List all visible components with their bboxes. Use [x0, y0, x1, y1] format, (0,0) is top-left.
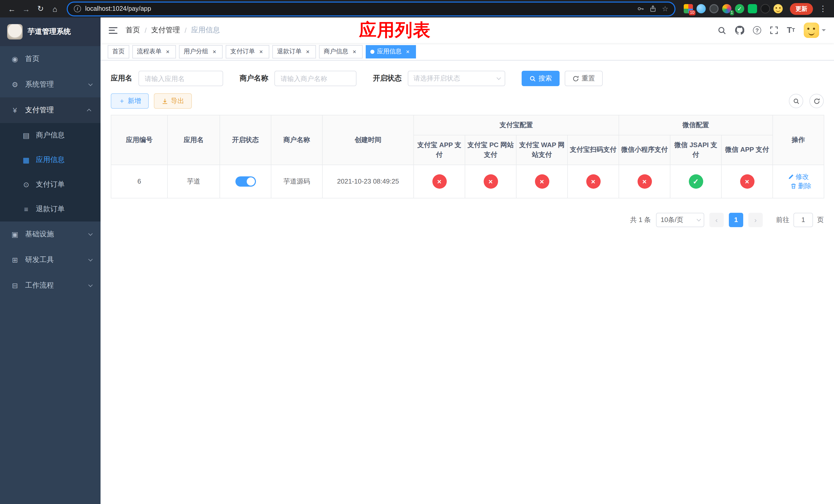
sidebar-item-merchant-info[interactable]: ▤ 商户信息 — [0, 123, 101, 148]
col-wechat-jsapi: 微信 JSAPI 支付 — [670, 135, 721, 165]
col-ops: 操作 — [773, 115, 824, 165]
cell-ops: 修改 删除 — [773, 165, 824, 198]
password-key-icon[interactable] — [637, 5, 644, 12]
sidebar: 芋道管理系统 ◉ 首页 ⚙ 系统管理 ¥ 支付管理 — [0, 18, 101, 504]
prev-page-button[interactable]: ‹ — [709, 212, 724, 227]
sidebar-item-payment-orders[interactable]: ⊙ 支付订单 — [0, 172, 101, 197]
extension-puzzle-icon[interactable] — [761, 4, 770, 13]
extension-wechat-devtools-icon[interactable] — [748, 4, 757, 13]
extension-dark-icon[interactable] — [709, 4, 719, 13]
reset-button[interactable]: 重置 — [565, 71, 603, 86]
browser-reload-icon[interactable]: ↻ — [34, 2, 47, 15]
chevron-down-icon — [88, 283, 93, 287]
app-name-label: 应用名 — [111, 74, 132, 83]
sidebar-item-workflow[interactable]: ⊟ 工作流程 — [0, 273, 101, 298]
extension-green-circle-icon[interactable] — [735, 4, 744, 13]
refresh-button[interactable] — [809, 94, 824, 108]
close-icon[interactable]: × — [351, 48, 358, 55]
fullscreen-icon[interactable] — [770, 26, 778, 35]
browser-toolbar: ← → ↻ ⌂ i localhost:1024/pay/app ☆ 10 1 — [0, 0, 834, 18]
search-button[interactable]: 搜索 — [522, 71, 559, 86]
col-wechat-mini: 微信小程序支付 — [619, 135, 670, 165]
close-icon[interactable]: × — [211, 48, 218, 55]
col-alipay-qr: 支付宝扫码支付 — [568, 135, 619, 165]
edit-button[interactable]: 修改 — [788, 172, 809, 181]
current-page-button[interactable]: 1 — [729, 212, 743, 227]
sidebar-item-home[interactable]: ◉ 首页 — [0, 46, 101, 72]
delete-button[interactable]: 删除 — [790, 181, 811, 190]
page-size-select[interactable]: 10条/页 — [656, 212, 704, 227]
extension-blue-icon[interactable] — [697, 4, 706, 13]
breadcrumb-home[interactable]: 首页 — [126, 26, 140, 35]
user-menu[interactable] — [804, 23, 826, 38]
font-size-icon[interactable]: TT — [787, 26, 795, 35]
enabled-toggle[interactable] — [235, 176, 256, 186]
close-icon[interactable]: × — [404, 48, 411, 55]
alipay-app-status-icon: × — [432, 174, 446, 188]
sidebar-item-dev-tools[interactable]: ⊞ 研发工具 — [0, 247, 101, 273]
browser-update-button[interactable]: 更新 — [790, 3, 813, 15]
merchant-input[interactable] — [275, 71, 356, 86]
tab-refund-orders[interactable]: 退款订单× — [272, 45, 316, 58]
app-logo-row[interactable]: 芋道管理系统 — [0, 18, 101, 46]
alipay-pc-status-icon: × — [483, 174, 498, 188]
alipay-qr-status-icon: × — [586, 174, 600, 188]
col-created-at: 创建时间 — [322, 115, 414, 165]
extension-rainbow-icon[interactable]: 1 — [722, 4, 731, 13]
add-button[interactable]: ＋ 新增 — [111, 93, 149, 109]
active-tab-dot — [370, 49, 374, 53]
sidebar-item-app-info[interactable]: ▦ 应用信息 — [0, 148, 101, 172]
tab-app-info[interactable]: 应用信息× — [366, 45, 416, 58]
avatar[interactable] — [804, 23, 819, 38]
browser-back-icon[interactable]: ← — [5, 2, 19, 15]
browser-menu-icon[interactable]: ⋮ — [817, 4, 829, 13]
pencil-icon — [788, 174, 794, 180]
tab-merchant-info[interactable]: 商户信息× — [319, 45, 363, 58]
tab-home[interactable]: 首页 — [108, 45, 129, 58]
next-page-button[interactable]: › — [748, 212, 763, 227]
merchant-label: 商户名称 — [240, 74, 268, 83]
close-icon[interactable]: × — [258, 48, 265, 55]
export-button[interactable]: 导出 — [154, 93, 192, 109]
col-alipay-wap: 支付宝 WAP 网站支付 — [516, 135, 568, 165]
browser-forward-icon[interactable]: → — [20, 2, 33, 15]
app-logo — [7, 24, 23, 40]
address-bar[interactable]: i localhost:1024/pay/app ☆ — [68, 2, 675, 15]
tab-payment-orders[interactable]: 支付订单× — [226, 45, 269, 58]
url-text[interactable]: localhost:1024/pay/app — [85, 5, 633, 12]
share-icon[interactable] — [650, 5, 657, 12]
col-app-name: 应用名 — [168, 115, 220, 165]
filter-merchant: 商户名称 — [240, 71, 356, 86]
sidebar-item-refund-orders[interactable]: ≡ 退款订单 — [0, 197, 101, 222]
site-info-icon[interactable]: i — [74, 5, 81, 12]
tab-user-group[interactable]: 用户分组× — [179, 45, 223, 58]
sidebar-collapse-icon[interactable] — [109, 27, 117, 33]
close-icon[interactable]: × — [164, 48, 171, 55]
extension-emoji-icon[interactable] — [773, 4, 783, 13]
sidebar-item-payment[interactable]: ¥ 支付管理 — [0, 97, 101, 123]
goto-page-input[interactable] — [793, 212, 813, 227]
status-label: 开启状态 — [373, 74, 402, 83]
pagination: 共 1 条 10条/页 ‹ 1 › 前往 页 — [111, 212, 824, 227]
col-group-wechat: 微信配置 — [619, 115, 773, 135]
github-icon[interactable] — [735, 26, 744, 35]
browser-home-icon[interactable]: ⌂ — [48, 2, 62, 15]
tab-process-form[interactable]: 流程表单× — [132, 45, 176, 58]
search-icon[interactable] — [718, 26, 726, 35]
payment-submenu: ▤ 商户信息 ▦ 应用信息 ⊙ 支付订单 ≡ 退款订单 — [0, 123, 101, 222]
extension-grid-icon[interactable]: 10 — [684, 4, 693, 13]
app-name-input[interactable] — [138, 71, 223, 86]
col-merchant: 商户名称 — [271, 115, 322, 165]
bookmark-star-icon[interactable]: ☆ — [662, 5, 668, 13]
help-icon[interactable]: ? — [753, 26, 761, 35]
sidebar-item-system[interactable]: ⚙ 系统管理 — [0, 72, 101, 97]
status-select[interactable]: 请选择开启状态 — [408, 71, 505, 86]
toggle-search-button[interactable] — [789, 94, 803, 108]
breadcrumb-payment[interactable]: 支付管理 — [151, 26, 180, 35]
order-icon: ⊙ — [22, 181, 31, 189]
sidebar-item-infrastructure[interactable]: ▣ 基础设施 — [0, 222, 101, 247]
app-shell: 芋道管理系统 ◉ 首页 ⚙ 系统管理 ¥ 支付管理 — [0, 18, 834, 504]
main-area: 首页 / 支付管理 / 应用信息 应用列表 ? — [101, 18, 834, 504]
close-icon[interactable]: × — [304, 48, 311, 55]
extension-badge: 1 — [730, 10, 734, 15]
